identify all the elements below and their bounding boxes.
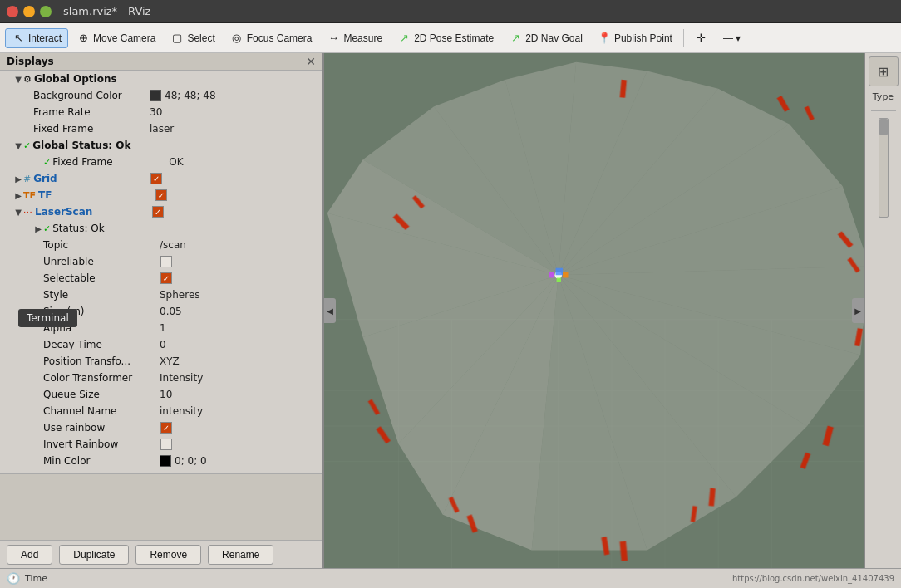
right-scroll-track[interactable]: [879, 118, 889, 218]
toolbar-separator: [683, 29, 684, 47]
global-status-ff-row[interactable]: ✓ Fixed Frame OK: [0, 154, 322, 170]
minimize-button[interactable]: [23, 6, 35, 17]
alpha-row[interactable]: Alpha 1: [0, 320, 322, 336]
maximize-button[interactable]: [40, 6, 52, 17]
alpha-label: Alpha: [43, 322, 160, 334]
settings-icon: ⚙: [23, 74, 32, 85]
tf-row[interactable]: ▶ TF TF ✓: [0, 187, 322, 203]
selectable-checkbox[interactable]: ✓: [160, 272, 173, 285]
global-options-row[interactable]: ▼ ⚙ Global Options: [0, 71, 322, 87]
grid-row[interactable]: ▶ # Grid ✓: [0, 170, 322, 187]
panels-button[interactable]: ⊞: [869, 56, 899, 86]
channel-name-row[interactable]: Channel Name intensity: [0, 403, 322, 419]
unreliable-checkbox[interactable]: [160, 255, 173, 268]
invert-rainbow-unchecked: [160, 439, 172, 450]
toolbar-extra-button[interactable]: — ▾: [716, 29, 747, 47]
size-row[interactable]: Size (m) 0.05: [0, 303, 322, 320]
remove-button[interactable]: Remove: [135, 545, 201, 565]
close-button[interactable]: [7, 6, 18, 17]
bg-color-swatch: [150, 90, 161, 101]
svg-rect-54: [563, 272, 568, 277]
laserscan-status-row[interactable]: ▶ ✓ Status: Ok: [0, 220, 322, 237]
channel-name-value: intensity: [160, 405, 321, 417]
tree-panel[interactable]: ▼ ⚙ Global Options Background Color 48; …: [0, 71, 322, 473]
panels-icon: ⊞: [878, 64, 889, 80]
right-divider: [871, 110, 896, 111]
svg-rect-56: [549, 272, 554, 277]
fixed-frame-label: Fixed Frame: [33, 123, 150, 135]
measure-button[interactable]: ↔ Measure: [320, 28, 389, 48]
style-row[interactable]: Style Spheres: [0, 287, 322, 303]
collapse-left-button[interactable]: ◀: [324, 298, 336, 323]
type-label: Type: [871, 90, 895, 104]
publish-point-label: Publish Point: [614, 32, 672, 44]
duplicate-button[interactable]: Duplicate: [59, 545, 129, 565]
position-transform-label: Position Transfo...: [43, 355, 160, 367]
grid-check-mark: ✓: [150, 173, 162, 184]
select-button[interactable]: ▢ Select: [164, 28, 221, 48]
buttons-row: Add Duplicate Remove Rename: [0, 540, 322, 568]
move-camera-label: Move Camera: [93, 32, 155, 44]
rename-button[interactable]: Rename: [208, 545, 273, 565]
pose-estimate-button[interactable]: ↗ 2D Pose Estimate: [391, 28, 500, 48]
fixed-frame-value: laser: [150, 123, 321, 135]
size-label: Size (m): [43, 306, 160, 317]
global-status-check-icon: ✓: [23, 140, 31, 151]
nav-goal-button[interactable]: ↗ 2D Nav Goal: [502, 28, 589, 48]
ls-status-expand[interactable]: ▶: [33, 223, 43, 233]
background-color-row[interactable]: Background Color 48; 48; 48: [0, 87, 322, 104]
global-status-expand[interactable]: ▼: [13, 140, 23, 150]
unreliable-label: Unreliable: [43, 256, 160, 267]
background-color-value: 48; 48; 48: [165, 90, 321, 101]
displays-close-button[interactable]: ✕: [306, 56, 316, 67]
decay-time-value: 0: [160, 339, 321, 350]
tf-checkbox[interactable]: ✓: [155, 189, 168, 202]
collapse-right-icon: ▶: [854, 306, 861, 316]
laserscan-expand[interactable]: ▼: [13, 207, 23, 217]
publish-point-button[interactable]: 📍 Publish Point: [591, 28, 679, 48]
color-transformer-row[interactable]: Color Transformer Intensity: [0, 370, 322, 386]
time-label: Time: [25, 573, 47, 584]
pose-estimate-label: 2D Pose Estimate: [414, 32, 494, 44]
min-color-row[interactable]: Min Color 0; 0; 0: [0, 453, 322, 469]
clock-icon: 🕐: [7, 572, 20, 585]
unreliable-row[interactable]: Unreliable: [0, 253, 322, 270]
min-color-swatch: [160, 455, 171, 467]
use-rainbow-checkbox[interactable]: ✓: [160, 421, 173, 434]
selectable-label: Selectable: [43, 272, 160, 284]
title-bar: slam.rviz* - RViz: [0, 0, 901, 23]
global-status-row[interactable]: ▼ ✓ Global Status: Ok: [0, 137, 322, 154]
3d-view-canvas[interactable]: [324, 53, 864, 568]
left-bottom-panel: [0, 473, 322, 540]
laserscan-checkbox[interactable]: ✓: [151, 205, 165, 218]
status-bar: 🕐 Time https://blog.csdn.net/weixin_4140…: [0, 568, 901, 588]
viewport[interactable]: ◀ ▶: [324, 53, 864, 568]
add-button[interactable]: Add: [7, 545, 52, 565]
min-color-value: 0; 0; 0: [175, 455, 321, 467]
position-transform-row[interactable]: Position Transfo... XYZ: [0, 353, 322, 370]
frame-rate-row[interactable]: Frame Rate 30: [0, 104, 322, 120]
min-color-label: Min Color: [43, 455, 160, 467]
global-options-expand[interactable]: ▼: [13, 74, 23, 84]
invert-rainbow-checkbox[interactable]: [160, 438, 173, 451]
right-panel: ⊞ Type: [864, 53, 901, 568]
invert-rainbow-row[interactable]: Invert Rainbow: [0, 436, 322, 453]
focus-camera-button[interactable]: ◎ Focus Camera: [224, 28, 319, 48]
selectable-row[interactable]: Selectable ✓: [0, 270, 322, 287]
tf-expand[interactable]: ▶: [13, 190, 23, 200]
queue-size-row[interactable]: Queue Size 10: [0, 386, 322, 403]
topic-row[interactable]: Topic /scan: [0, 237, 322, 253]
grid-expand[interactable]: ▶: [13, 174, 23, 184]
add-toolbar-button[interactable]: ✛: [688, 28, 715, 48]
move-camera-button[interactable]: ⊕ Move Camera: [70, 28, 162, 48]
fixed-frame-row[interactable]: Fixed Frame laser: [0, 120, 322, 137]
decay-time-row[interactable]: Decay Time 0: [0, 336, 322, 353]
interact-button[interactable]: ↖ Interact: [5, 28, 68, 48]
measure-label: Measure: [343, 32, 382, 44]
grid-checkbox[interactable]: ✓: [150, 172, 163, 185]
right-scroll-thumb[interactable]: [879, 119, 888, 135]
use-rainbow-row[interactable]: Use rainbow ✓: [0, 419, 322, 436]
collapse-right-button[interactable]: ▶: [852, 298, 864, 323]
laserscan-row[interactable]: ▼ ⋯ LaserScan ✓: [0, 203, 322, 220]
plus-icon: ✛: [695, 32, 708, 45]
